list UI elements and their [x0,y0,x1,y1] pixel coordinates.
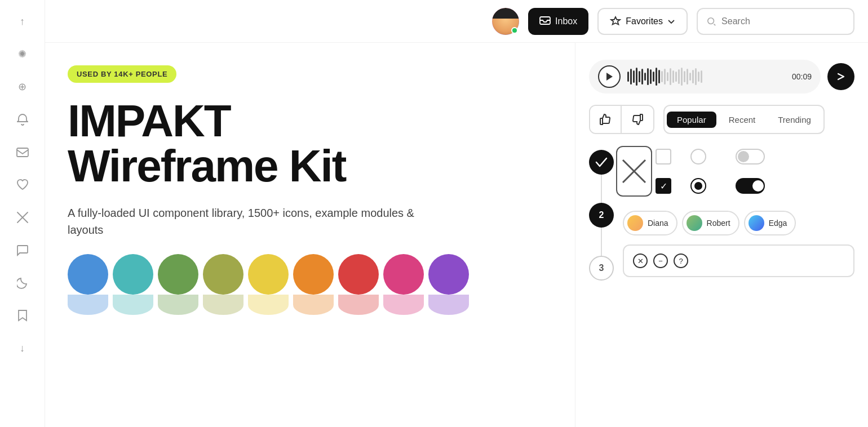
edga-name: Edga [769,219,787,228]
hero-description: A fully-loaded UI component library, 150… [68,204,417,238]
toggle-on[interactable] [722,178,778,194]
user-tag-edga[interactable]: Edga [744,211,796,235]
avatar-hair [492,8,519,19]
waveform [627,66,785,87]
tabs-box: Popular Recent Trending [663,105,825,134]
timeline-circle-3: 3 [589,256,614,281]
favorites-label: Favorites [626,16,663,26]
sun-icon[interactable]: ✺ [12,44,33,64]
swatch-red [338,254,379,315]
play-button[interactable] [598,65,621,88]
radio-unchecked[interactable] [681,149,715,164]
mail-icon[interactable] [12,142,33,162]
thumbs-box [589,105,654,134]
next-button[interactable] [827,63,854,90]
swatch-olive [203,254,243,315]
radio-checked[interactable] [681,178,715,194]
title-block: IMPAKT Wireframe Kit [68,99,552,189]
user-tag-robert[interactable]: Robert [682,211,739,235]
timeline: 2 3 [589,145,614,410]
diana-avatar [627,215,643,231]
timeline-line-1 [601,175,602,203]
swatch-purple [428,254,469,315]
content-area: USED BY 14K+ PEOPLE IMPAKT Wireframe Kit… [45,43,868,427]
controls-grid: ✓ [623,145,854,197]
tab-trending[interactable]: Trending [768,112,821,128]
components-area: ✓ Diana [623,145,854,410]
color-swatches [68,254,552,315]
timeline-line-2 [601,228,602,256]
swatch-green [158,254,198,315]
audio-time: 00:09 [792,72,812,81]
window-help-button[interactable]: ? [674,253,688,268]
robert-name: Robert [707,219,730,228]
search-input[interactable] [721,16,844,26]
svg-rect-0 [17,148,28,157]
swatch-yellow [248,254,289,315]
favorites-button[interactable]: Favorites [597,8,688,35]
window-chrome: ✕ − ? [623,244,854,277]
audio-player: 00:09 [589,60,821,94]
chat-icon[interactable] [12,240,33,260]
x-box[interactable] [623,146,645,197]
checkbox-unchecked[interactable] [652,149,675,164]
inbox-button[interactable]: Inbox [528,8,588,35]
hero-title: IMPAKT Wireframe Kit [68,99,552,189]
timeline-step-2: 2 [589,203,614,228]
toggle-off[interactable] [722,149,778,164]
swatch-teal [113,254,153,315]
user-tags: Diana Robert Edga [623,211,854,235]
inbox-label: Inbox [555,16,577,26]
timeline-step-3: 3 [589,256,614,281]
search-box[interactable] [697,8,854,35]
badge: USED BY 14K+ PEOPLE [68,65,176,83]
left-panel: USED BY 14K+ PEOPLE IMPAKT Wireframe Kit… [45,43,575,427]
bottom-row: 2 3 [589,145,854,410]
timeline-check-circle [589,150,614,175]
up-arrow-icon[interactable]: ↑ [12,11,33,32]
down-arrow-icon[interactable]: ↓ [12,338,33,358]
swatch-pink [383,254,424,315]
thumbs-down-button[interactable] [622,105,653,134]
search-icon [707,16,716,26]
moon-icon[interactable] [12,273,33,293]
thumbs-up-button[interactable] [590,105,622,134]
sidebar: ↑ ✺ ⊕ ↓ [0,0,45,427]
tab-recent[interactable]: Recent [719,112,766,128]
heart-icon[interactable] [12,175,33,195]
link-icon[interactable]: ⊕ [12,77,33,97]
user-tag-diana[interactable]: Diana [623,211,677,235]
checkbox-checked[interactable]: ✓ [652,178,675,194]
swatch-blue [68,254,108,315]
tab-popular[interactable]: Popular [667,112,716,128]
diana-name: Diana [648,219,668,228]
robert-avatar [687,215,702,231]
avatar[interactable] [492,8,519,35]
audio-row: 00:09 [589,60,854,94]
swatch-orange [293,254,334,315]
bookmark-icon[interactable] [12,305,33,326]
bell-icon[interactable] [12,109,33,130]
timeline-circle-2: 2 [589,203,614,228]
twitter-icon[interactable] [12,207,33,228]
interaction-row: Popular Recent Trending [589,105,854,134]
right-panel: 00:09 [575,43,868,427]
header: Inbox Favorites [45,0,868,43]
online-indicator [511,27,518,34]
timeline-step-check [589,150,614,175]
window-minimize-button[interactable]: − [653,253,668,268]
main-content: Inbox Favorites USED BY 14K+ PEOPLE [45,0,868,427]
svg-point-2 [708,17,714,24]
window-close-button[interactable]: ✕ [633,253,648,268]
svg-marker-3 [606,73,613,81]
edga-avatar [749,215,764,231]
